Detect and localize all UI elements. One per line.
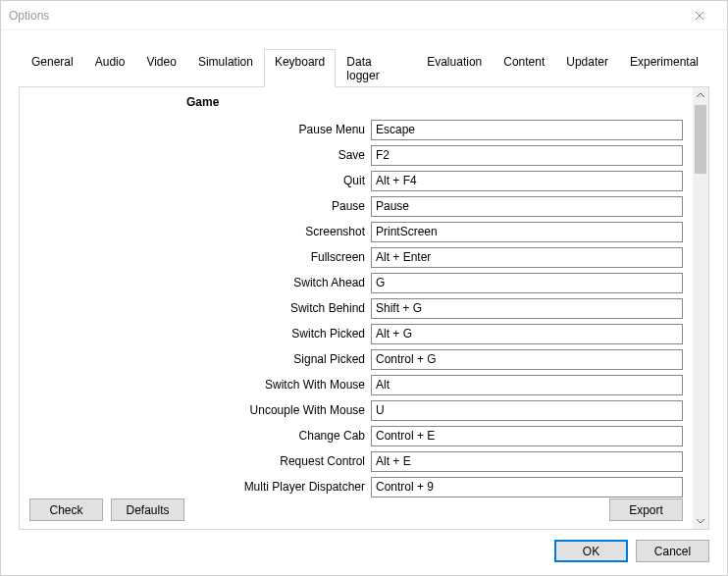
- row-fullscreen: Fullscreen: [29, 244, 683, 270]
- section-game-title: Game: [186, 95, 683, 109]
- label-screenshot: Screenshot: [29, 225, 371, 238]
- tab-keyboard[interactable]: Keyboard: [264, 49, 336, 87]
- tab-updater[interactable]: Updater: [555, 49, 619, 87]
- label-change-cab: Change Cab: [29, 429, 371, 443]
- scroll-down-icon[interactable]: [693, 513, 708, 529]
- input-pause-menu[interactable]: [371, 120, 683, 140]
- input-signal-picked[interactable]: [371, 349, 683, 370]
- dialog-button-bar: OK Cancel: [19, 530, 709, 562]
- label-switch-ahead: Switch Ahead: [29, 276, 371, 289]
- row-save: Save: [29, 142, 683, 168]
- row-change-cab: Change Cab: [29, 423, 683, 448]
- input-switch-behind[interactable]: [371, 298, 683, 319]
- label-uncouple-with-mouse: Uncouple With Mouse: [29, 403, 371, 417]
- tab-panel-keyboard: Game Pause Menu Save Quit Pause Screensh…: [19, 86, 709, 530]
- row-pause-menu: Pause Menu: [29, 117, 683, 142]
- check-button[interactable]: Check: [29, 498, 103, 521]
- close-icon[interactable]: [680, 2, 719, 29]
- row-screenshot: Screenshot: [29, 219, 683, 244]
- input-change-cab[interactable]: [371, 426, 683, 446]
- label-fullscreen: Fullscreen: [29, 250, 371, 264]
- tab-general[interactable]: General: [21, 49, 84, 87]
- row-switch-behind: Switch Behind: [29, 295, 683, 321]
- label-pause-menu: Pause Menu: [29, 123, 371, 136]
- input-save[interactable]: [371, 145, 683, 166]
- defaults-button[interactable]: Defaults: [111, 498, 184, 521]
- input-uncouple-with-mouse[interactable]: [371, 400, 683, 421]
- row-signal-picked: Signal Picked: [29, 346, 683, 372]
- scroll-thumb[interactable]: [695, 105, 706, 174]
- export-button[interactable]: Export: [609, 498, 683, 521]
- vertical-scrollbar[interactable]: [693, 87, 708, 529]
- label-signal-picked: Signal Picked: [29, 352, 371, 366]
- label-pause: Pause: [29, 199, 371, 213]
- row-switch-ahead: Switch Ahead: [29, 270, 683, 295]
- label-save: Save: [29, 148, 371, 162]
- input-fullscreen[interactable]: [371, 247, 683, 268]
- row-switch-picked: Switch Picked: [29, 321, 683, 346]
- tab-content[interactable]: Content: [493, 49, 555, 87]
- ok-button[interactable]: OK: [554, 540, 628, 562]
- input-quit[interactable]: [371, 171, 683, 191]
- client-area: General Audio Video Simulation Keyboard …: [1, 30, 727, 572]
- input-request-control[interactable]: [371, 451, 683, 472]
- tab-evaluation[interactable]: Evaluation: [416, 49, 493, 87]
- label-request-control: Request Control: [29, 454, 371, 468]
- tab-video[interactable]: Video: [135, 49, 186, 87]
- input-mp-dispatcher[interactable]: [371, 477, 683, 497]
- spacer: [192, 498, 601, 521]
- label-mp-dispatcher: Multi Player Dispatcher: [29, 480, 371, 494]
- tab-audio[interactable]: Audio: [84, 49, 136, 87]
- keyboard-scroll-content: Game Pause Menu Save Quit Pause Screensh…: [20, 87, 693, 529]
- titlebar: Options: [1, 1, 727, 30]
- input-pause[interactable]: [371, 196, 683, 217]
- row-mp-dispatcher: Multi Player Dispatcher: [29, 474, 683, 499]
- label-switch-with-mouse: Switch With Mouse: [29, 378, 371, 392]
- input-switch-picked[interactable]: [371, 324, 683, 344]
- row-quit: Quit: [29, 168, 683, 193]
- row-switch-with-mouse: Switch With Mouse: [29, 372, 683, 397]
- row-request-control: Request Control: [29, 448, 683, 474]
- row-uncouple-with-mouse: Uncouple With Mouse: [29, 397, 683, 423]
- label-quit: Quit: [29, 174, 371, 187]
- panel-button-bar: Check Defaults Export: [29, 498, 683, 521]
- scroll-up-icon[interactable]: [693, 87, 708, 103]
- tab-data-logger[interactable]: Data logger: [336, 49, 416, 87]
- label-switch-behind: Switch Behind: [29, 301, 371, 315]
- input-screenshot[interactable]: [371, 222, 683, 242]
- tab-simulation[interactable]: Simulation: [187, 49, 264, 87]
- input-switch-with-mouse[interactable]: [371, 375, 683, 395]
- window-title: Options: [9, 9, 680, 23]
- row-pause: Pause: [29, 193, 683, 219]
- label-switch-picked: Switch Picked: [29, 327, 371, 340]
- cancel-button[interactable]: Cancel: [636, 540, 709, 562]
- tab-experimental[interactable]: Experimental: [619, 49, 709, 87]
- input-switch-ahead[interactable]: [371, 273, 683, 293]
- tab-strip: General Audio Video Simulation Keyboard …: [21, 48, 709, 86]
